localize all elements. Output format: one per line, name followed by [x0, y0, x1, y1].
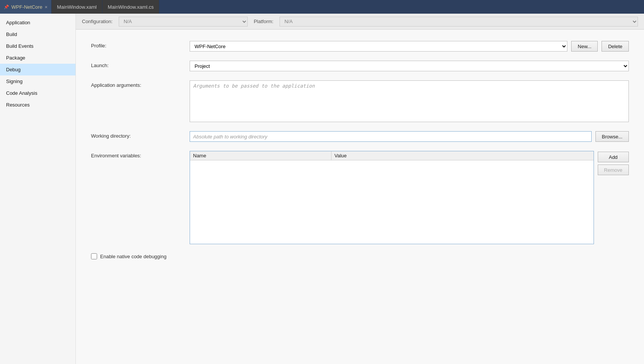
config-bar: Configuration: N/A Platform: N/A: [76, 14, 644, 30]
app-args-row: Application arguments:: [91, 80, 629, 122]
native-debugging-label: Enable native code debugging: [100, 254, 166, 259]
env-vars-controls: Name Value Add Remove: [190, 151, 629, 244]
add-env-button[interactable]: Add: [598, 152, 629, 162]
env-vars-row: Environment variables: Name Value: [91, 151, 629, 244]
close-icon[interactable]: ×: [45, 4, 48, 10]
profile-select[interactable]: WPF-NetCore: [190, 41, 567, 52]
pin-icon: 📌: [4, 5, 9, 9]
file-tab-label-2: MainWindow.xaml.cs: [108, 4, 154, 10]
main-layout: Application Build Build Events Package D…: [0, 14, 644, 364]
working-dir-controls: Browse...: [190, 131, 629, 142]
platform-select[interactable]: N/A: [280, 17, 638, 27]
app-args-controls: [190, 80, 629, 122]
configuration-label: Configuration:: [82, 19, 113, 24]
native-debugging-checkbox[interactable]: [91, 253, 97, 259]
sidebar-item-resources[interactable]: Resources: [0, 99, 75, 111]
working-dir-row: Working directory: Browse...: [91, 131, 629, 142]
file-tab-mainwindow-xaml-cs[interactable]: MainWindow.xaml.cs: [102, 0, 159, 14]
browse-button[interactable]: Browse...: [595, 131, 629, 142]
env-vars-label: Environment variables:: [91, 151, 190, 158]
profile-label: Profile:: [91, 41, 190, 49]
project-tab-label: WPF-NetCore: [11, 4, 42, 10]
app-args-label: Application arguments:: [91, 80, 190, 88]
delete-button[interactable]: Delete: [602, 41, 629, 52]
file-tab-label-1: MainWindow.xaml: [57, 4, 97, 10]
sidebar-item-code-analysis[interactable]: Code Analysis: [0, 87, 75, 99]
content-area: Configuration: N/A Platform: N/A Profile…: [76, 14, 644, 364]
platform-label: Platform:: [254, 19, 273, 24]
sidebar-item-debug[interactable]: Debug: [0, 64, 75, 75]
launch-label: Launch:: [91, 61, 190, 68]
launch-controls: Project: [190, 61, 629, 71]
sidebar-item-build-events[interactable]: Build Events: [0, 40, 75, 52]
app-args-textarea[interactable]: [190, 80, 629, 122]
profile-controls: WPF-NetCore New... Delete: [190, 41, 629, 52]
new-button[interactable]: New...: [571, 41, 598, 52]
profile-row: Profile: WPF-NetCore New... Delete: [91, 41, 629, 52]
launch-select[interactable]: Project: [190, 61, 629, 71]
env-buttons: Add Remove: [598, 151, 629, 175]
env-table-header: Name Value: [190, 151, 594, 160]
sidebar-item-signing[interactable]: Signing: [0, 75, 75, 87]
tab-bar: 📌 WPF-NetCore × MainWindow.xaml MainWind…: [0, 0, 644, 14]
env-table-container: Name Value: [190, 151, 594, 244]
form-area: Profile: WPF-NetCore New... Delete Launc…: [76, 30, 644, 364]
configuration-select[interactable]: N/A: [119, 17, 248, 27]
env-table-body: [190, 160, 594, 244]
remove-env-button[interactable]: Remove: [598, 165, 629, 175]
env-col-value: Value: [331, 151, 593, 160]
working-dir-input[interactable]: [190, 131, 592, 142]
sidebar-item-application[interactable]: Application: [0, 17, 75, 28]
launch-row: Launch: Project: [91, 61, 629, 71]
file-tab-mainwindow-xaml[interactable]: MainWindow.xaml: [52, 0, 102, 14]
native-debugging-row: Enable native code debugging: [91, 253, 629, 259]
project-tab[interactable]: 📌 WPF-NetCore ×: [0, 0, 52, 14]
sidebar: Application Build Build Events Package D…: [0, 14, 76, 364]
env-col-name: Name: [190, 151, 331, 160]
sidebar-item-build[interactable]: Build: [0, 28, 75, 40]
env-table: Name Value: [190, 151, 594, 160]
sidebar-item-package[interactable]: Package: [0, 52, 75, 64]
working-dir-label: Working directory:: [91, 131, 190, 139]
